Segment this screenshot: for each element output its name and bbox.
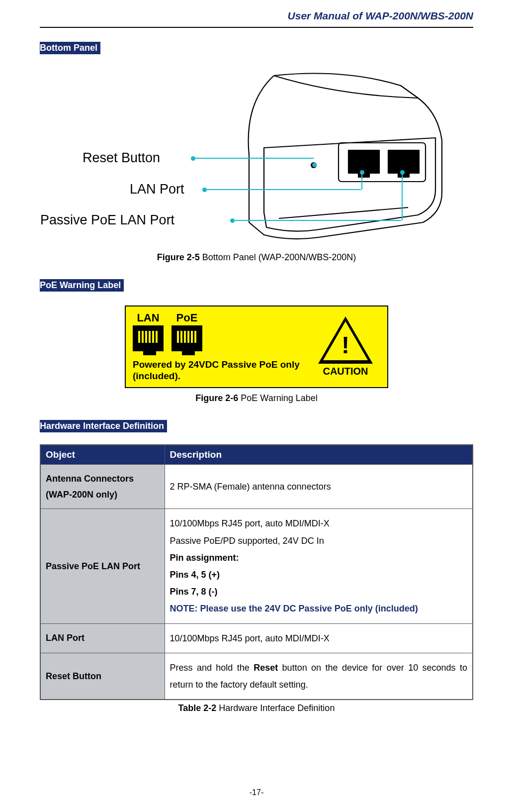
table-row: Antenna Connectors (WAP-200N only) 2 RP-…: [40, 464, 473, 509]
poe-desc-l5: Pins 7, 8 (-): [170, 587, 218, 597]
cell-reset-obj: Reset Button: [40, 653, 165, 700]
cell-poe-desc: 10/100Mbps RJ45 port, auto MDI/MDI-X Pas…: [165, 509, 473, 623]
section-heading-hw-def: Hardware Interface Definition: [40, 420, 167, 432]
reset-desc-pre: Press and hold the: [170, 663, 254, 673]
section-heading-bottom-panel: Bottom Panel: [40, 42, 100, 54]
rj45-icon: [171, 325, 202, 351]
callout-reset-button: Reset Button: [83, 150, 160, 166]
table-2-2-text: Hardware Interface Definition: [216, 703, 335, 713]
table-row: Reset Button Press and hold the Reset bu…: [40, 653, 473, 700]
poe-warning-text: Powered by 24VDC Passive PoE only (inclu…: [133, 359, 311, 382]
poe-desc-l1: 10/100Mbps RJ45 port, auto MDI/MDI-X: [170, 518, 330, 528]
figure-2-6-caption: Figure 2-6 PoE Warning Label: [40, 393, 473, 404]
bottom-panel-diagram: Reset Button LAN Port Passive PoE LAN Po…: [40, 63, 473, 247]
poe-desc-note: NOTE: Please use the 24V DC Passive PoE …: [170, 604, 418, 613]
figure-2-5-text: Bottom Panel (WAP-200N/WBS-200N): [200, 252, 356, 262]
section-heading-poe-warning: PoE Warning Label: [40, 279, 124, 292]
poe-label-port-poe: PoE: [171, 311, 202, 324]
cell-lan-obj: LAN Port: [40, 623, 165, 653]
table-header-object: Object: [40, 445, 165, 465]
caution-text: CAUTION: [323, 366, 368, 377]
svg-rect-3: [388, 150, 419, 173]
poe-desc-l4: Pins 4, 5 (+): [170, 570, 220, 580]
cell-antenna-obj: Antenna Connectors (WAP-200N only): [40, 464, 165, 509]
table-header-description: Description: [165, 445, 473, 465]
cell-antenna-desc: 2 RP-SMA (Female) antenna connectors: [165, 464, 473, 509]
callout-passive-poe: Passive PoE LAN Port: [40, 212, 174, 228]
hardware-interface-table: Object Description Antenna Connectors (W…: [40, 444, 473, 700]
table-row: Passive PoE LAN Port 10/100Mbps RJ45 por…: [40, 509, 473, 623]
callout-lan-port: LAN Port: [130, 182, 184, 197]
poe-desc-l3: Pin assignment:: [170, 553, 239, 563]
page-number: -17-: [0, 788, 513, 797]
poe-label-port-lan: LAN: [133, 311, 164, 324]
antenna-obj-line1: Antenna Connectors: [46, 474, 134, 484]
antenna-obj-line2: (WAP-200N only): [46, 490, 117, 500]
table-2-2-label: Table 2-2: [178, 703, 217, 713]
poe-desc-l2: Passive PoE/PD supported, 24V DC In: [170, 536, 324, 546]
poe-warning-label: LAN PoE Powered by 24VDC Passive PoE onl…: [125, 305, 388, 388]
figure-2-5-caption: Figure 2-5 Bottom Panel (WAP-200N/WBS-20…: [40, 252, 473, 263]
table-row: LAN Port 10/100Mbps RJ45 port, auto MDI/…: [40, 623, 473, 653]
table-2-2-caption: Table 2-2 Hardware Interface Definition: [40, 703, 473, 713]
cell-reset-desc: Press and hold the Reset button on the d…: [165, 653, 473, 700]
reset-desc-bold: Reset: [254, 663, 278, 673]
svg-rect-2: [348, 150, 379, 173]
figure-2-6-label: Figure 2-6: [195, 393, 238, 403]
caution-triangle-icon: !: [318, 316, 373, 364]
page-header-title: User Manual of WAP-200N/WBS-200N: [40, 0, 473, 28]
rj45-icon: [133, 325, 164, 351]
figure-2-6-text: PoE Warning Label: [238, 393, 317, 403]
cell-poe-obj: Passive PoE LAN Port: [40, 509, 165, 623]
cell-lan-desc: 10/100Mbps RJ45 port, auto MDI/MDI-X: [165, 623, 473, 653]
figure-2-5-label: Figure 2-5: [157, 252, 200, 262]
